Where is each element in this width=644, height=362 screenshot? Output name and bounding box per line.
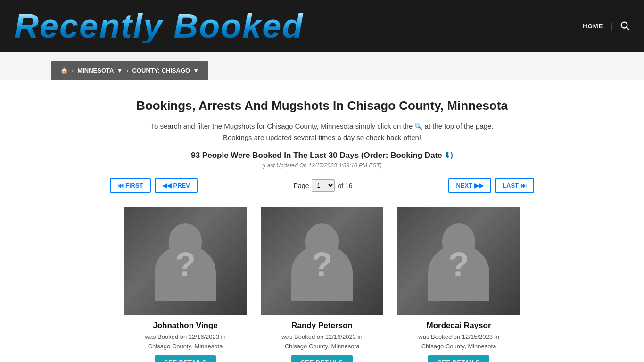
person-booked-info: was Booked on 12/16/2023 inChisago Count… <box>261 332 383 351</box>
person-cards-grid: ? Johnathon Vinge was Booked on 12/16/20… <box>105 207 539 362</box>
search-icon-button[interactable] <box>619 20 630 32</box>
see-details-button[interactable]: SEE DETAILS <box>428 355 489 362</box>
inline-search-icon: 🔍 <box>414 121 422 132</box>
home-nav-link[interactable]: HOME <box>583 23 603 30</box>
breadcrumb-sep-2: › <box>126 67 128 74</box>
sort-icon: ⬇) <box>444 151 453 159</box>
description-text: To search and filter the Mugshots for Ch… <box>105 121 539 143</box>
header-nav: HOME | <box>583 20 630 32</box>
breadcrumb-state-label: MINNESOTA <box>77 67 114 74</box>
state-dropdown-icon: ▼ <box>116 67 123 74</box>
mugshot-image: ? <box>397 207 520 315</box>
next-button[interactable]: NEXT ▶▶ <box>448 178 491 193</box>
person-card: ? Mordecai Raysor was Booked on 12/15/20… <box>397 207 520 362</box>
breadcrumb-home-link[interactable]: 🏠 <box>60 67 68 74</box>
mugshot-image: ? <box>261 207 383 315</box>
pagination-center: Page 1 2 3 4 5 6 7 8 9 10 11 12 13 14 15… <box>294 179 353 192</box>
last-label: LAST <box>503 182 519 189</box>
prev-button[interactable]: ◀◀ PREV <box>155 178 198 193</box>
last-button[interactable]: LAST ⏭ <box>495 178 534 193</box>
see-details-button[interactable]: SEE DETAILS <box>155 355 216 362</box>
next-icon: ▶▶ <box>474 182 484 189</box>
svg-line-1 <box>627 27 629 30</box>
prev-icon: ◀◀ <box>162 182 172 189</box>
booking-count: 93 People Were Booked In The Last 30 Day… <box>105 151 539 160</box>
first-button[interactable]: ⏮ FIRST <box>110 178 151 193</box>
person-name: Mordecai Raysor <box>397 321 520 330</box>
prev-label: PREV <box>173 182 190 189</box>
last-updated-text: (Last Updated On 12/17/2023 4:39:10 PM E… <box>105 162 539 169</box>
site-logo[interactable]: Recently Booked <box>14 9 304 43</box>
page-text: Page <box>294 182 309 189</box>
pagination-right-buttons: NEXT ▶▶ LAST ⏭ <box>448 178 534 193</box>
search-icon <box>619 20 630 31</box>
person-booked-info: was Booked on 12/16/2023 inChisago Count… <box>124 332 247 351</box>
unknown-icon: ? <box>448 247 469 281</box>
pagination-top: ⏮ FIRST ◀◀ PREV Page 1 2 3 4 5 6 7 8 9 1… <box>105 178 539 193</box>
breadcrumb-state-link[interactable]: MINNESOTA ▼ <box>77 67 123 74</box>
first-label: FIRST <box>125 182 143 189</box>
page-title: Bookings, Arrests And Mugshots In Chisag… <box>105 99 539 113</box>
person-name: Johnathon Vinge <box>124 321 247 330</box>
of-text: of 16 <box>338 182 352 189</box>
page-selector[interactable]: 1 2 3 4 5 6 7 8 9 10 11 12 13 14 15 16 <box>312 179 335 192</box>
breadcrumb: 🏠 › MINNESOTA ▼ › COUNTY: CHISAGO ▼ <box>51 61 208 80</box>
person-card: ? Johnathon Vinge was Booked on 12/16/20… <box>124 207 247 362</box>
breadcrumb-county-link[interactable]: COUNTY: CHISAGO ▼ <box>132 67 199 74</box>
county-dropdown-icon: ▼ <box>193 67 199 74</box>
person-card: ? Randy Peterson was Booked on 12/16/202… <box>261 207 383 362</box>
site-header: Recently Booked HOME | <box>0 0 644 52</box>
unknown-icon: ? <box>175 247 196 281</box>
next-label: NEXT <box>456 182 472 189</box>
person-name: Randy Peterson <box>261 321 383 330</box>
pagination-left-buttons: ⏮ FIRST ◀◀ PREV <box>110 178 198 193</box>
nav-divider: | <box>610 21 612 31</box>
booking-count-text: 93 People Were Booked In The Last 30 Day… <box>191 151 442 160</box>
last-icon: ⏭ <box>520 182 527 189</box>
first-icon: ⏮ <box>117 182 124 189</box>
mugshot-image: ? <box>124 207 247 315</box>
person-booked-info: was Booked on 12/15/2023 inChisago Count… <box>397 332 520 351</box>
desc-part1: To search and filter the Mugshots for Ch… <box>150 122 413 130</box>
main-content: Bookings, Arrests And Mugshots In Chisag… <box>96 80 548 362</box>
breadcrumb-county-label: COUNTY: CHISAGO <box>132 67 190 74</box>
see-details-button[interactable]: SEE DETAILS <box>291 355 353 362</box>
desc-part2: at the top of the page. <box>425 122 494 130</box>
unknown-icon: ? <box>312 247 332 281</box>
home-breadcrumb-icon: 🏠 <box>60 67 68 74</box>
breadcrumb-sep-1: › <box>72 67 74 74</box>
desc-line2: Bookings are updated several times a day… <box>223 133 421 141</box>
